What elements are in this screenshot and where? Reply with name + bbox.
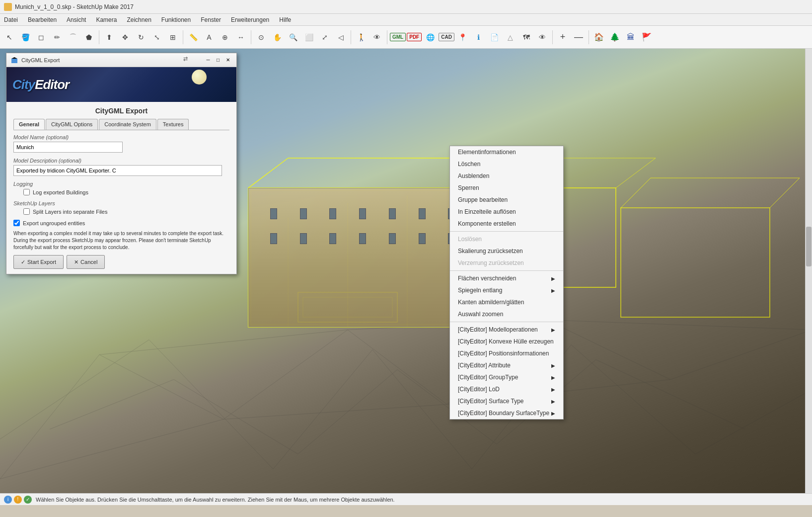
offset-tool[interactable]: ⊞ (165, 30, 180, 45)
axes-tool[interactable]: ⊕ (218, 30, 232, 45)
menu-hilfe[interactable]: Hilfe (277, 15, 293, 24)
move-tool[interactable]: ✥ (118, 30, 133, 45)
svg-line-19 (0, 340, 149, 439)
ctx-surface-type[interactable]: [CityEditor] Surface Type ▶ (450, 395, 563, 407)
app-icon (4, 3, 12, 11)
ctx-sep3 (450, 322, 563, 322)
pencil-tool[interactable]: ✏ (50, 30, 65, 45)
ctx-spiegeln[interactable]: Spiegeln entlang ▶ (450, 284, 563, 296)
arc-tool[interactable]: ⌒ (66, 30, 80, 45)
minus-btn[interactable]: — (571, 30, 586, 45)
3d-viewport[interactable]: CityGML Export ⇄ ─ □ ✕ CityEditor CityGM… (0, 49, 812, 505)
ctx-modelloperationen[interactable]: [CityEditor] Modelloperationen ▶ (450, 324, 563, 336)
ctx-ausblenden[interactable]: Ausblenden (450, 170, 563, 182)
ctx-auswahl-zoomen[interactable]: Auswahl zoomen (450, 308, 563, 320)
walk-tool[interactable]: 🚶 (354, 30, 369, 45)
menu-ansicht[interactable]: Ansicht (65, 15, 88, 24)
text-tool[interactable]: A (202, 30, 217, 45)
ctx-komponente[interactable]: Komponente erstellen (450, 218, 563, 230)
pdf-button[interactable]: PDF (407, 33, 422, 41)
look-around-tool[interactable]: 👁 (369, 30, 384, 45)
ctx-elementinformationen[interactable]: Elementinformationen (450, 146, 563, 158)
ctx-positionsinformationen[interactable]: [CityEditor] Positionsinformationen (450, 347, 563, 359)
menu-bar: Datei Bearbeiten Ansicht Kamera Zeichnen… (0, 14, 812, 26)
flag-icon-btn[interactable]: 🚩 (639, 30, 654, 45)
log-buildings-checkbox[interactable] (23, 189, 30, 195)
menu-kamera[interactable]: Kamera (94, 15, 119, 24)
scale-tool[interactable]: ⤡ (149, 30, 164, 45)
plus-btn[interactable]: + (555, 30, 570, 45)
ctx-lod[interactable]: [CityEditor] LoD ▶ (450, 383, 563, 395)
menu-datei[interactable]: Datei (2, 15, 20, 24)
map-btn[interactable]: 🗺 (519, 30, 534, 45)
cad-button[interactable]: CAD (439, 33, 454, 41)
ctx-gruppe-bearbeiten[interactable]: Gruppe bearbeiten (450, 194, 563, 206)
sep6 (552, 30, 553, 44)
pan-tool[interactable]: ✋ (270, 30, 285, 45)
push-pull-tool[interactable]: ⬆ (102, 30, 117, 45)
info-circle-btn[interactable]: ℹ (471, 30, 486, 45)
paint-tool[interactable]: 🪣 (18, 30, 33, 45)
eraser-tool[interactable]: ◻ (34, 30, 49, 45)
dialog-app-icon (10, 56, 18, 64)
context-menu: Elementinformationen Löschen Ausblenden … (449, 146, 564, 420)
rotate-tool[interactable]: ↻ (134, 30, 148, 45)
ctx-einzelteile[interactable]: In Einzelteile auflösen (450, 206, 563, 218)
svg-line-25 (695, 390, 812, 454)
menu-zeichnen[interactable]: Zeichnen (125, 15, 153, 24)
zoom-window-tool[interactable]: ⬜ (301, 30, 316, 45)
cancel-button[interactable]: ✕ Cancel (67, 255, 105, 269)
tab-general[interactable]: General (13, 119, 45, 130)
city-icon-btn[interactable]: 🏛 (623, 30, 638, 45)
gml-button[interactable]: GML (390, 33, 406, 41)
ctx-skalierung[interactable]: Skalierung zurücksetzen (450, 245, 563, 257)
export-ungrouped-checkbox[interactable] (13, 220, 20, 226)
dialog-minimize-btn[interactable]: ─ (204, 56, 213, 65)
ctx-boundary-surface[interactable]: [CityEditor] Boundary SurfaceType ▶ (450, 407, 563, 419)
ctx-kanten[interactable]: Kanten abmildern/glätten (450, 296, 563, 308)
ctx-sperren[interactable]: Sperren (450, 182, 563, 194)
scroll-thumb[interactable] (806, 227, 812, 266)
menu-fenster[interactable]: Fenster (199, 15, 223, 24)
house-icon-btn[interactable]: 🏠 (591, 30, 606, 45)
model-name-section: Model Name (optional) (13, 134, 229, 153)
dialog-maximize-btn[interactable]: □ (214, 56, 222, 65)
dialog-swap-icon[interactable]: ⇄ (183, 56, 188, 65)
viewport-scrollbar[interactable] (805, 49, 812, 493)
eye-btn[interactable]: 👁 (535, 30, 550, 45)
model-desc-section: Model Description (optional) (13, 158, 229, 176)
doc-btn[interactable]: 📄 (487, 30, 502, 45)
tape-tool[interactable]: 📏 (186, 30, 201, 45)
tab-citygml-options[interactable]: CityGML Options (46, 119, 98, 130)
zoom-tool[interactable]: 🔍 (286, 30, 300, 45)
split-layers-checkbox[interactable] (23, 208, 30, 215)
shape-tool[interactable]: ⬟ (81, 30, 96, 45)
tab-coordinate-system[interactable]: Coordinate System (99, 119, 156, 130)
ctx-loschen[interactable]: Löschen (450, 158, 563, 170)
menu-erweiterungen[interactable]: Erweiterungen (229, 15, 271, 24)
pin-icon-btn[interactable]: 📍 (455, 30, 470, 45)
ctx-lod-arrow: ▶ (551, 387, 555, 392)
prev-view-tool[interactable]: ◁ (333, 30, 348, 45)
dialog-close-btn[interactable]: ✕ (223, 56, 232, 65)
orbit-tool[interactable]: ⊙ (254, 30, 269, 45)
tree-icon-btn[interactable]: 🌲 (607, 30, 622, 45)
zoom-ext-tool[interactable]: ⤢ (317, 30, 332, 45)
ctx-konvexe-hulle[interactable]: [CityEditor] Konvexe Hülle erzeugen (450, 336, 563, 347)
svg-line-20 (149, 340, 273, 469)
globe-icon-btn[interactable]: 🌐 (423, 30, 438, 45)
ctx-flachen[interactable]: Flächen verschneiden ▶ (450, 272, 563, 284)
ctx-attribute[interactable]: [CityEditor] Attribute ▶ (450, 359, 563, 371)
model-desc-input[interactable] (13, 165, 222, 176)
tab-textures[interactable]: Textures (157, 119, 189, 130)
select-tool[interactable]: ↖ (2, 30, 17, 45)
triangle-btn[interactable]: △ (503, 30, 518, 45)
citygml-export-dialog: CityGML Export ⇄ ─ □ ✕ CityEditor CityGM… (6, 53, 237, 274)
menu-bearbeiten[interactable]: Bearbeiten (26, 15, 59, 24)
dialog-tabs: General CityGML Options Coordinate Syste… (13, 119, 229, 130)
dim-tool[interactable]: ↔ (233, 30, 248, 45)
model-name-input[interactable] (13, 142, 123, 153)
ctx-grouptype[interactable]: [CityEditor] GroupType ▶ (450, 371, 563, 383)
menu-funktionen[interactable]: Funktionen (159, 15, 193, 24)
start-export-button[interactable]: ✓ Start Export (13, 255, 64, 269)
